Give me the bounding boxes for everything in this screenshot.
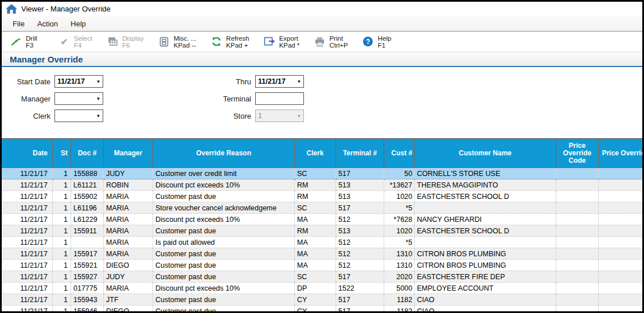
print-button[interactable]: Print Ctrl+P [313, 35, 348, 49]
table-row[interactable]: 11/21/171155921DIEGOCustomer past dueMA5… [2, 260, 642, 271]
table-cell[interactable] [599, 191, 643, 202]
table-cell[interactable]: MA [295, 260, 336, 271]
table-cell[interactable]: CY [295, 306, 336, 312]
misc-button[interactable]: Misc. ... KPad -- [158, 35, 197, 49]
table-cell[interactable]: THERESA MAGGIPINTO [415, 179, 556, 191]
table-cell[interactable]: 1 [53, 202, 71, 214]
table-cell[interactable] [556, 248, 599, 260]
manager-dropdown[interactable]: ▼ [54, 92, 103, 105]
column-header[interactable]: Price Override Reason [599, 139, 643, 168]
table-cell[interactable]: 5000 [384, 283, 415, 294]
menu-action[interactable]: Action [31, 17, 64, 30]
table-cell[interactable] [415, 202, 556, 214]
column-header[interactable]: Doc # [71, 139, 104, 168]
table-row[interactable]: 11/21/171155927JUDYCustomer past dueSC51… [2, 271, 642, 283]
table-cell[interactable]: Customer past due [153, 260, 295, 271]
table-row[interactable]: 11/21/171155888JUDYCustomer over credit … [2, 168, 642, 179]
table-cell[interactable]: DP [295, 283, 336, 294]
table-cell[interactable]: MARIA [104, 225, 153, 237]
table-cell[interactable] [556, 294, 599, 306]
table-cell[interactable]: 1 [53, 168, 71, 179]
table-cell[interactable]: 1020 [384, 225, 415, 237]
table-cell[interactable]: Discount pct exceeds 10% [153, 283, 295, 294]
table-row[interactable]: 11/21/171L61196MARIAStore voucher cancel… [2, 202, 642, 214]
table-row[interactable]: 11/21/171155911MARIACustomer past dueRM5… [2, 225, 642, 237]
table-cell[interactable]: 11/21/17 [2, 306, 53, 312]
help-button[interactable]: ? Help F1 [362, 35, 396, 49]
table-cell[interactable]: 1 [53, 191, 71, 202]
table-cell[interactable]: DIEGO [104, 260, 153, 271]
table-cell[interactable]: *7628 [384, 214, 415, 225]
table-cell[interactable] [556, 237, 599, 248]
table-cell[interactable]: 1522 [336, 283, 384, 294]
table-cell[interactable]: 11/21/17 [2, 260, 53, 271]
table-row[interactable]: 11/21/171L61229MARIADiscount pct exceeds… [2, 214, 642, 225]
table-row[interactable]: 11/21/171MARIAIs paid out allowedMA512*5 [2, 237, 642, 248]
table-cell[interactable]: JUDY [104, 168, 153, 179]
table-cell[interactable]: 11/21/17 [2, 271, 53, 283]
table-cell[interactable]: 1 [53, 294, 71, 306]
table-cell[interactable]: 50 [384, 168, 415, 179]
table-cell[interactable]: L61196 [71, 202, 104, 214]
table-cell[interactable]: 1182 [384, 294, 415, 306]
table-cell[interactable] [599, 168, 643, 179]
table-cell[interactable]: DIEGO [104, 306, 153, 312]
table-cell[interactable] [556, 306, 599, 312]
table-cell[interactable]: RM [295, 191, 336, 202]
chevron-down-icon[interactable]: ▼ [94, 96, 103, 101]
table-cell[interactable] [599, 214, 643, 225]
table-cell[interactable] [599, 179, 643, 191]
column-header[interactable]: Price Override Code [556, 139, 599, 168]
table-cell[interactable] [556, 168, 599, 179]
table-cell[interactable]: 517 [336, 168, 384, 179]
table-cell[interactable]: EASTCHESTER SCHOOL D [415, 225, 556, 237]
menu-help[interactable]: Help [64, 17, 92, 30]
table-cell[interactable]: Discount pct exceeds 10% [153, 179, 295, 191]
table-cell[interactable]: L61121 [71, 179, 104, 191]
table-cell[interactable] [556, 271, 599, 283]
table-cell[interactable]: 11/21/17 [2, 214, 53, 225]
table-cell[interactable]: 513 [336, 225, 384, 237]
table-cell[interactable]: 155917 [71, 248, 104, 260]
table-cell[interactable]: 512 [336, 260, 384, 271]
table-cell[interactable]: 1020 [384, 191, 415, 202]
table-cell[interactable]: Discount pct exceeds 10% [153, 214, 295, 225]
chevron-down-icon[interactable]: ▼ [94, 79, 103, 84]
table-cell[interactable]: 11/21/17 [2, 294, 53, 306]
table-cell[interactable]: 1 [53, 306, 71, 312]
table-cell[interactable] [556, 202, 599, 214]
table-cell[interactable]: 513 [336, 191, 384, 202]
table-cell[interactable]: *5 [384, 202, 415, 214]
table-cell[interactable]: ROBIN [104, 179, 153, 191]
table-cell[interactable]: JTF [104, 294, 153, 306]
table-cell[interactable]: 1310 [384, 248, 415, 260]
table-row[interactable]: 11/21/171155902MARIACustomer past dueRM5… [2, 191, 642, 202]
table-cell[interactable]: 155927 [71, 271, 104, 283]
table-cell[interactable]: 512 [336, 214, 384, 225]
table-cell[interactable]: 1 [53, 283, 71, 294]
table-row[interactable]: 11/21/171L61121ROBINDiscount pct exceeds… [2, 179, 642, 191]
table-cell[interactable]: MARIA [104, 283, 153, 294]
table-cell[interactable]: SC [295, 202, 336, 214]
table-cell[interactable]: Customer past due [153, 248, 295, 260]
table-cell[interactable] [599, 294, 643, 306]
table-cell[interactable] [556, 179, 599, 191]
table-cell[interactable] [556, 191, 599, 202]
table-cell[interactable]: 11/21/17 [2, 168, 53, 179]
table-cell[interactable]: MARIA [104, 248, 153, 260]
table-cell[interactable]: 1 [53, 271, 71, 283]
table-cell[interactable]: 517 [336, 202, 384, 214]
table-cell[interactable]: 11/21/17 [2, 179, 53, 191]
table-cell[interactable]: 517 [336, 271, 384, 283]
table-cell[interactable]: Customer over credit limit [153, 168, 295, 179]
table-cell[interactable] [556, 225, 599, 237]
table-cell[interactable]: SC [295, 168, 336, 179]
table-cell[interactable]: 11/21/17 [2, 191, 53, 202]
table-cell[interactable]: RM [295, 179, 336, 191]
column-header[interactable]: Date [2, 139, 53, 168]
table-cell[interactable]: EMPLOYEE ACCOUNT [415, 283, 556, 294]
drill-button[interactable]: Drill F3 [10, 35, 44, 49]
table-cell[interactable]: CIAO [415, 306, 556, 312]
table-cell[interactable] [599, 248, 643, 260]
table-row[interactable]: 11/21/171155946DIEGOCustomer past dueCY5… [2, 306, 642, 312]
